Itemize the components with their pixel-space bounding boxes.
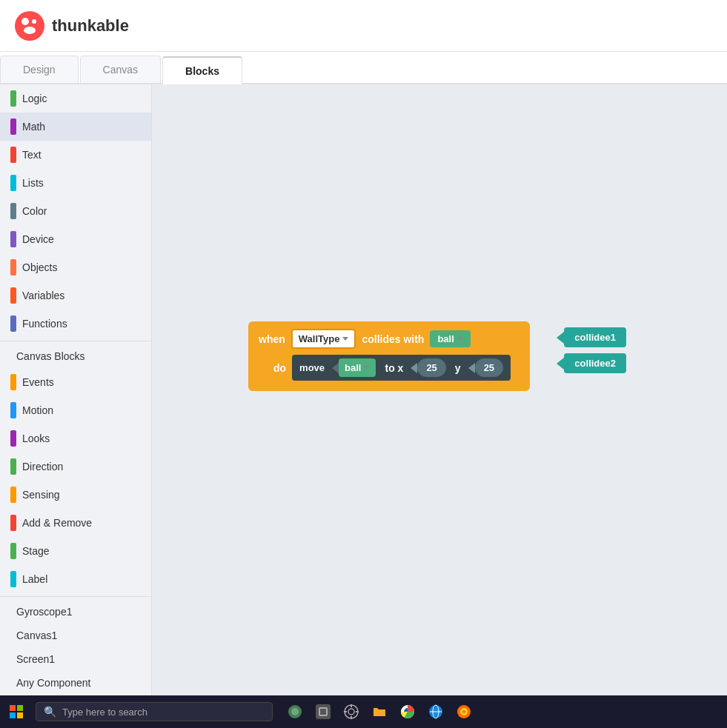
sidebar-item-looks[interactable]: Looks [0,424,151,453]
app2-inner [319,707,328,716]
sidebar-label-events: Events [22,376,54,388]
events-color-dot [10,374,16,390]
sidebar: Logic Math Text Lists Color Device Objec… [0,84,152,728]
svg-rect-13 [351,716,352,719]
logo-container: thunkable [15,11,129,41]
sidebar-item-stage[interactable]: Stage [0,537,151,565]
sidebar-item-direction[interactable]: Direction [0,453,151,481]
svg-point-11 [348,709,354,715]
sidebar-label-motion: Motion [22,404,53,416]
taskbar-icon-files[interactable] [366,698,393,725]
ball-block[interactable]: ball [430,330,470,347]
sidebar-label-add-remove: Add & Remove [22,517,92,529]
app-header: thunkable [0,0,727,52]
sidebar-label-color: Color [22,205,47,217]
sidebar-label-label: Label [22,573,47,585]
collidee2-label: collidee2 [574,358,616,369]
taskbar-icon-app2[interactable] [310,698,336,725]
label-color-dot [10,571,16,587]
sidebar-item-label[interactable]: Label [0,565,151,593]
tab-design[interactable]: Design [0,56,79,83]
sidebar-label-text: Text [22,149,42,161]
sidebar-label-any-component: Any Component [10,677,90,689]
tabs-bar: Design Canvas Blocks [0,52,727,84]
collidee-blocks: collidee1 collidee2 [564,327,626,373]
sidebar-item-gyroscope1[interactable]: Gyroscope1 [0,600,151,624]
x-value: 25 [426,362,436,373]
sidebar-item-objects[interactable]: Objects [0,253,151,281]
y-value-container: 25 [468,358,503,377]
svg-point-1 [21,18,29,25]
taskbar-icon-settings[interactable] [338,698,365,725]
start-button[interactable] [0,695,33,728]
sidebar-item-functions[interactable]: Functions [0,310,151,338]
y-value-block[interactable]: 25 [475,358,503,377]
when-row: when WallType collides with ball [259,329,519,349]
x-arrow [411,363,417,373]
math-color-dot [10,118,16,135]
when-label: when [259,333,285,345]
walltype-dropdown[interactable]: WallType [291,329,356,349]
block-group: when WallType collides with ball [248,321,530,391]
move-label: move [299,362,325,373]
taskbar-icon-firefox[interactable] [451,698,477,725]
thunkable-logo-icon [15,11,44,41]
stage-color-dot [10,543,16,559]
tab-canvas[interactable]: Canvas [80,56,161,83]
svg-point-23 [462,710,465,713]
taskbar-icon-browser2[interactable] [422,698,449,725]
do-row: do move ball to x [259,355,519,384]
sidebar-item-device[interactable]: Device [0,225,151,253]
device-color-dot [10,231,16,247]
looks-color-dot [10,430,16,447]
variables-color-dot [10,287,16,304]
sidebar-item-text[interactable]: Text [0,141,151,169]
svg-rect-5 [17,705,23,711]
ball-dropdown2-arrow [364,366,370,370]
sidebar-item-screen1[interactable]: Screen1 [0,647,151,671]
sidebar-label-canvas1: Canvas1 [10,630,57,641]
taskbar-icon-chrome[interactable] [394,698,421,725]
svg-rect-12 [351,704,352,707]
sidebar-item-color[interactable]: Color [0,197,151,225]
direction-color-dot [10,458,16,475]
x-value-container: 25 [411,358,445,377]
taskbar-icon-app1[interactable] [282,698,308,725]
sidebar-item-canvas-blocks[interactable]: Canvas Blocks [0,344,151,368]
y-label: y [455,362,461,374]
move-block[interactable]: move ball to x [292,355,511,381]
svg-point-2 [32,19,36,24]
tox-label: to x [385,362,403,374]
collides-label: collides with [362,333,424,345]
sidebar-label-looks: Looks [22,433,50,444]
collidee2-notch [557,358,564,370]
x-value-block[interactable]: 25 [417,358,445,377]
sidebar-item-any-component[interactable]: Any Component [0,671,151,695]
sidebar-item-canvas1[interactable]: Canvas1 [0,624,151,647]
sidebar-item-sensing[interactable]: Sensing [0,481,151,509]
collidee1-block[interactable]: collidee1 [564,327,626,347]
sidebar-item-variables[interactable]: Variables [0,281,151,310]
taskbar-search-box[interactable]: 🔍 Type here to search [36,702,273,721]
firefox-icon [457,704,471,719]
color-color-dot [10,203,16,219]
sidebar-item-logic[interactable]: Logic [0,84,151,113]
sidebar-item-lists[interactable]: Lists [0,169,151,197]
sidebar-divider-2 [0,596,151,597]
when-block[interactable]: when WallType collides with ball [248,321,530,391]
tab-blocks[interactable]: Blocks [162,56,242,84]
sidebar-item-events[interactable]: Events [0,368,151,396]
ball-label: ball [437,333,454,344]
collidee2-block[interactable]: collidee2 [564,353,626,373]
lists-color-dot [10,175,16,191]
windows-taskbar: 🔍 Type here to search [0,695,727,728]
sidebar-item-math[interactable]: Math [0,113,151,141]
sidebar-label-lists: Lists [22,177,44,189]
ball-dropdown-block[interactable]: ball [339,358,376,377]
sidebar-item-add-remove[interactable]: Add & Remove [0,509,151,537]
search-icon: 🔍 [44,706,56,718]
y-value: 25 [484,362,494,373]
sidebar-label-objects: Objects [22,261,57,273]
sidebar-label-gyroscope1: Gyroscope1 [10,606,72,618]
sidebar-item-motion[interactable]: Motion [0,396,151,424]
